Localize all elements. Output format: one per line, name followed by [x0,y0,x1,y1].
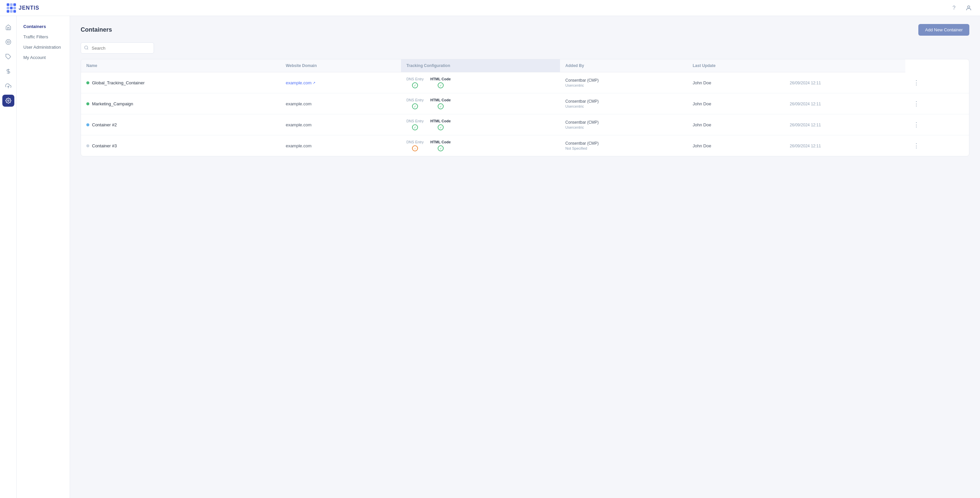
col-header-actions [784,59,905,72]
svg-line-8 [88,48,88,49]
domain-text: example.com [286,123,311,127]
container-name-cell: Global_Tracking_Container [81,72,280,93]
html-check-icon: ✓ [438,82,444,88]
logo: JENTIS [7,3,39,13]
dns-check-icon: ✓ [412,103,418,109]
consent-cell: Consentbar (CMP) Not Specified [560,135,687,156]
container-name-cell: Container #3 [81,135,280,156]
consent-main: Consentbar (CMP) [565,78,682,83]
consent-info: Consentbar (CMP) Usercentric [565,99,682,108]
html-check-icon: ✓ [438,103,444,109]
timestamp-value: 26/09/2024 12:11 [790,123,821,127]
sidebar-item-traffic-filters[interactable]: Traffic Filters [17,32,70,42]
svg-point-2 [7,41,10,43]
sidebar-icons [0,16,17,498]
sidebar-icon-tracking[interactable] [2,36,14,48]
consent-cell: Consentbar (CMP) Usercentric [560,93,687,115]
svg-point-7 [85,46,88,49]
consent-sub: Usercentric [565,125,682,129]
dns-entry-label: DNS Entry [406,119,424,123]
added-by-value: John Doe [693,80,711,85]
sidebar-icon-publish[interactable] [2,80,14,92]
help-icon[interactable]: ? [949,3,959,13]
search-wrapper [81,42,154,54]
consent-main: Consentbar (CMP) [565,99,682,103]
table-header-row: Name Website Domain Tracking Configurati… [81,59,969,72]
domain-cell: example.com [280,115,401,135]
consent-main: Consentbar (CMP) [565,120,682,125]
add-new-container-button[interactable]: Add New Container [918,24,969,36]
html-code-item: HTML Code ✓ [430,119,451,130]
domain-cell: example.com ↗ [280,72,401,93]
sidebar-icon-settings[interactable] [2,95,14,107]
dns-check-icon: ✓ [412,82,418,88]
html-code-label: HTML Code [430,98,451,102]
tracking-config: DNS Entry ✓ HTML Code ✓ [406,77,555,88]
row-more-button[interactable]: ⋮ [911,120,922,130]
main-content: Containers Add New Container Name Websi [70,16,980,498]
table-row: Marketing_Campaign example.com DNS Entry [81,93,969,115]
status-dot-gray [86,144,89,147]
sidebar-item-my-account[interactable]: My Account [17,53,70,63]
top-bar-actions: ? [949,3,973,13]
domain-text: example.com [286,143,311,148]
timestamp-value: 26/09/2024 12:11 [790,144,821,148]
sidebar-icon-home[interactable] [2,21,14,33]
svg-point-1 [6,40,11,45]
svg-point-6 [7,100,9,102]
dns-entry-label: DNS Entry [406,140,424,144]
logo-grid-icon [7,3,16,13]
external-link-icon: ↗ [313,81,315,85]
consent-cell: Consentbar (CMP) Usercentric [560,115,687,135]
tracking-cell: DNS Entry ✓ HTML Code ✓ [401,93,560,115]
row-more-button[interactable]: ⋮ [911,99,922,109]
dns-check-icon-orange: ○ [412,145,418,151]
sidebar-icon-legal[interactable] [2,65,14,77]
last-update-cell: 26/09/2024 12:11 [784,135,905,156]
added-by-cell: John Doe [687,72,784,93]
status-dot-green [86,102,89,105]
container-name-cell: Marketing_Campaign [81,93,280,115]
tracking-config: DNS Entry ○ HTML Code ✓ [406,140,555,151]
html-code-label: HTML Code [430,140,451,144]
tracking-cell: DNS Entry ✓ HTML Code ✓ [401,115,560,135]
domain-cell: example.com [280,135,401,156]
search-input[interactable] [81,42,154,54]
row-more-button[interactable]: ⋮ [911,78,922,88]
timestamp-value: 26/09/2024 12:11 [790,81,821,85]
dns-entry-item: DNS Entry ✓ [406,77,424,88]
consent-info: Consentbar (CMP) Not Specified [565,141,682,150]
added-by-value: John Doe [693,123,711,127]
row-more-button[interactable]: ⋮ [911,141,922,151]
sidebar-icon-tags[interactable] [2,51,14,63]
col-header-added-by: Added By [560,59,687,72]
html-check-icon: ✓ [438,124,444,130]
user-account-icon[interactable] [964,3,973,13]
actions-cell: ⋮ [905,115,969,135]
domain-link[interactable]: example.com ↗ [286,80,315,85]
container-name: Marketing_Campaign [86,101,275,106]
consent-info: Consentbar (CMP) Usercentric [565,78,682,88]
col-header-last-update: Last Update [687,59,784,72]
sidebar-item-user-administration[interactable]: User Administration [17,42,70,53]
consent-sub: Usercentric [565,83,682,88]
html-code-label: HTML Code [430,119,451,123]
actions-cell: ⋮ [905,135,969,156]
container-name: Container #2 [86,123,275,127]
container-name: Container #3 [86,143,275,148]
consent-info: Consentbar (CMP) Usercentric [565,120,682,129]
html-code-label: HTML Code [430,77,451,81]
consent-main: Consentbar (CMP) [565,141,682,146]
search-icon [84,45,89,51]
dns-entry-item: DNS Entry ✓ [406,98,424,109]
svg-point-0 [968,6,970,8]
added-by-value: John Doe [693,143,711,148]
html-check-icon: ✓ [438,145,444,151]
container-name: Global_Tracking_Container [86,80,275,85]
col-header-domain: Website Domain [280,59,401,72]
dns-entry-label: DNS Entry [406,77,424,81]
last-update-cell: 26/09/2024 12:11 [784,72,905,93]
container-name-cell: Container #2 [81,115,280,135]
page-title: Containers [81,26,112,33]
sidebar-item-containers[interactable]: Containers [17,21,70,32]
